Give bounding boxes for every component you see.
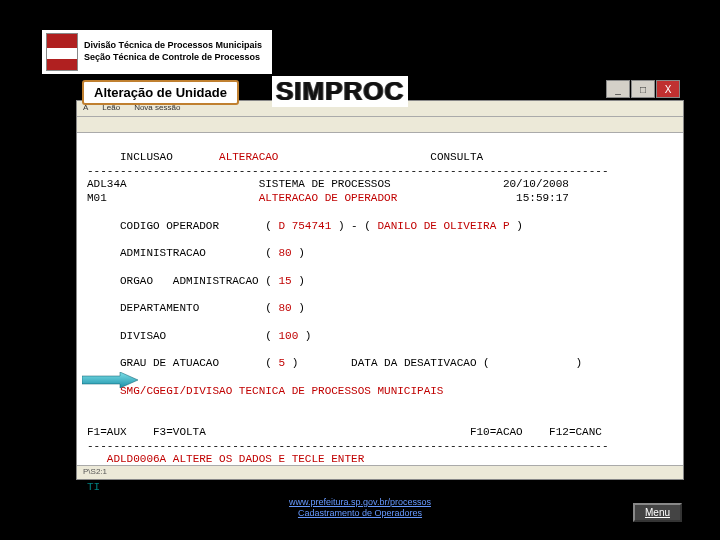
footer-link-cadastro[interactable]: Cadastramento de Operadores bbox=[0, 508, 720, 520]
menu-button[interactable]: Menu bbox=[633, 503, 682, 522]
org-title-block: Divisão Técnica de Processos Municipais … bbox=[84, 40, 262, 63]
row-orgao: ORGAO ADMINISTRACAO ( 15 ) bbox=[87, 275, 305, 287]
row-grau: GRAU DE ATUACAO ( 5 ) DATA DA DESATIVACA… bbox=[87, 357, 582, 369]
footer-links: www.prefeitura.sp.gov.br/processos Cadas… bbox=[0, 497, 720, 520]
org-line1: Divisão Técnica de Processos Municipais bbox=[84, 40, 262, 52]
row-fkeys: F1=AUX F3=VOLTA F10=ACAO F12=CANC bbox=[87, 426, 602, 438]
maximize-button[interactable]: □ bbox=[631, 80, 655, 98]
org-header: Divisão Técnica de Processos Municipais … bbox=[42, 30, 272, 74]
row-msg: ADLD0006A ALTERE OS DADOS E TECLE ENTER bbox=[87, 453, 364, 465]
row-dash2: ----------------------------------------… bbox=[87, 440, 609, 452]
row-modes: INCLUSAO ALTERACAO CONSULTA bbox=[87, 151, 483, 163]
terminal-area[interactable]: INCLUSAO ALTERACAO CONSULTA ------------… bbox=[77, 133, 683, 512]
svg-marker-0 bbox=[82, 372, 138, 388]
minimize-button[interactable]: _ bbox=[606, 80, 630, 98]
window-controls: _ □ X bbox=[605, 80, 680, 100]
terminal-window: A Leão Nova sessão INCLUSAO ALTERACAO CO… bbox=[76, 100, 684, 480]
city-crest-icon bbox=[46, 33, 78, 71]
row-info1: ADL34A SISTEMA DE PROCESSOS 20/10/2008 bbox=[87, 178, 569, 190]
row-admin: ADMINISTRACAO ( 80 ) bbox=[87, 247, 305, 259]
row-path: SMG/CGEGI/DIVISAO TECNICA DE PROCESSOS M… bbox=[87, 385, 443, 397]
status-text: P\S2:1 bbox=[83, 467, 107, 476]
row-dash: ----------------------------------------… bbox=[87, 165, 609, 177]
row-bottom: TI » 0 9,31 bbox=[87, 481, 496, 493]
callout-arrow-icon bbox=[82, 372, 138, 388]
row-divisao: DIVISAO ( 100 ) bbox=[87, 330, 311, 342]
footer-link-url[interactable]: www.prefeitura.sp.gov.br/processos bbox=[0, 497, 720, 509]
org-line2: Seção Técnica de Controle de Processos bbox=[84, 52, 262, 64]
row-depto: DEPARTAMENTO ( 80 ) bbox=[87, 302, 305, 314]
close-button[interactable]: X bbox=[656, 80, 680, 98]
row-codigo: CODIGO OPERADOR ( D 754741 ) - ( DANILO … bbox=[87, 220, 523, 232]
tool-bar[interactable] bbox=[77, 117, 683, 133]
app-title: SIMPROC bbox=[272, 76, 408, 107]
row-info2: M01 ALTERACAO DE OPERADOR 15:59:17 bbox=[87, 192, 569, 204]
screen-badge: Alteração de Unidade bbox=[82, 80, 239, 105]
status-bar: P\S2:1 bbox=[77, 465, 683, 479]
